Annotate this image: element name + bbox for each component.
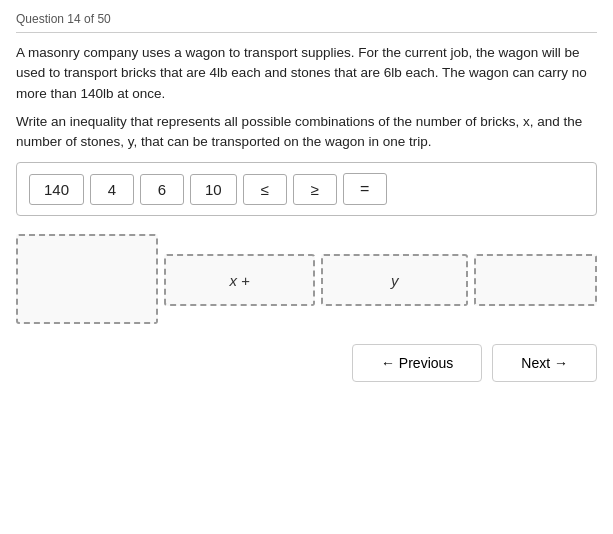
x-plus-label: x + <box>229 272 249 289</box>
tile-leq[interactable]: ≤ <box>243 174 287 205</box>
next-button[interactable]: Next → <box>492 344 597 382</box>
drop-zone-y[interactable]: y <box>321 254 468 306</box>
tile-10[interactable]: 10 <box>190 174 237 205</box>
drop-zone-x-plus[interactable]: x + <box>164 254 315 306</box>
paragraph2: Write an inequality that represents all … <box>16 112 597 153</box>
tiles-area: 140 4 6 10 ≤ ≥ = <box>16 162 597 216</box>
answer-area: x + y <box>16 234 597 324</box>
question-text: A masonry company uses a wagon to transp… <box>16 43 597 152</box>
drop-zone-right[interactable] <box>474 254 597 306</box>
paragraph1: A masonry company uses a wagon to transp… <box>16 43 597 104</box>
previous-label: ← Previous <box>381 355 453 371</box>
nav-area: ← Previous Next → <box>16 344 597 382</box>
question-header: Question 14 of 50 <box>16 12 597 33</box>
tile-4[interactable]: 4 <box>90 174 134 205</box>
tile-140[interactable]: 140 <box>29 174 84 205</box>
question-counter: Question 14 of 50 <box>16 12 111 26</box>
tile-eq[interactable]: = <box>343 173 387 205</box>
y-label: y <box>391 272 399 289</box>
previous-button[interactable]: ← Previous <box>352 344 482 382</box>
tile-geq[interactable]: ≥ <box>293 174 337 205</box>
next-label: Next → <box>521 355 568 371</box>
drop-zone-left[interactable] <box>16 234 158 324</box>
tile-6[interactable]: 6 <box>140 174 184 205</box>
